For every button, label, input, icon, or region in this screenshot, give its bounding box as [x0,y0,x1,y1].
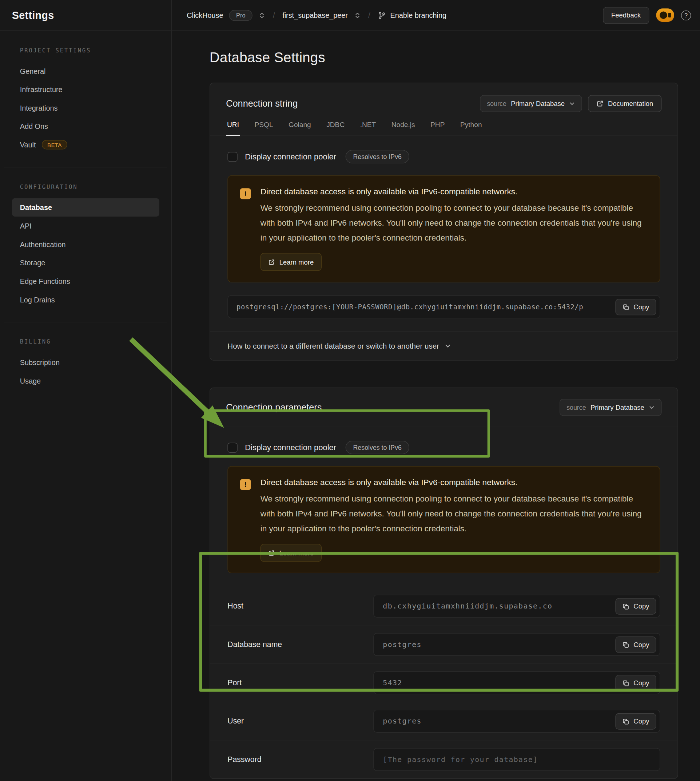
enable-branching-button[interactable]: Enable branching [378,11,447,19]
sidebar-item-vault[interactable]: Vault BETA [12,135,159,154]
copy-button[interactable]: Copy [616,675,656,691]
sidebar-item-label: Edge Functions [20,277,70,285]
tab-psql[interactable]: PSQL [253,120,274,135]
database-name-value: postgres [383,641,422,649]
sidebar-item-storage[interactable]: Storage [12,254,159,272]
copy-label: Copy [633,718,649,725]
header-controls: source Primary Database Documentation [480,95,662,112]
database-name-input[interactable]: postgres Copy [373,633,660,656]
header-controls: source Primary Database [560,399,662,416]
documentation-label: Documentation [608,100,653,107]
port-input[interactable]: 5432 Copy [373,671,660,694]
field-row-host: Host db.cxhygiuitamxhniiddjm.supabase.co… [210,587,677,625]
tab-php[interactable]: PHP [429,120,446,135]
learn-more-button[interactable]: Learn more [260,253,322,271]
sidebar-item-label: Integrations [20,104,58,112]
breadcrumb-project[interactable]: first_supabase_peer [282,11,348,19]
tab-nodejs[interactable]: Node.js [390,120,416,135]
copy-button[interactable]: Copy [616,598,656,614]
section-label-billing: BILLING [20,338,172,345]
tab-jdbc[interactable]: JDBC [325,120,346,135]
user-input[interactable]: postgres Copy [373,710,660,733]
notice-body: We strongly recommend using connection p… [260,200,643,245]
connection-help-label: How to connect to a different database o… [227,342,439,350]
tab-dotnet[interactable]: .NET [359,120,377,135]
sidebar-item-database[interactable]: Database [12,199,159,217]
copy-icon [623,304,629,310]
connection-string-input[interactable]: postgresql://postgres:[YOUR-PASSWORD]@db… [227,295,660,318]
sidebar-item-api[interactable]: API [12,217,159,235]
connection-parameters-title: Connection parameters [226,402,322,413]
tab-uri[interactable]: URI [226,120,240,136]
notice-content: Direct database access is only available… [260,477,643,562]
sidebar-item-label: Database [20,204,52,212]
connection-string-header: Connection string source Primary Databas… [210,83,677,112]
chevrons-updown-icon[interactable] [353,12,360,18]
sidebar-item-label: Vault [20,141,36,149]
password-input[interactable]: [The password for your database] [373,748,660,771]
avatar-glyph [668,13,671,17]
section-billing: BILLING Subscription Usage [0,322,172,403]
connection-string-tabs: URI PSQL Golang JDBC .NET Node.js PHP Py… [210,112,677,136]
external-link-icon [597,100,603,107]
documentation-button[interactable]: Documentation [588,95,662,112]
feedback-button[interactable]: Feedback [603,7,650,23]
display-connection-pooler-checkbox[interactable] [227,152,237,162]
sidebar-item-integrations[interactable]: Integrations [12,98,159,117]
ipv6-notice: ! Direct database access is only availab… [227,466,660,573]
field-row-database-name: Database name postgres Copy [210,625,677,663]
display-connection-pooler-checkbox[interactable] [227,442,237,452]
connection-string-title: Connection string [226,98,298,109]
copy-button[interactable]: Copy [616,636,656,653]
copy-button[interactable]: Copy [616,299,656,315]
sidebar-item-authentication[interactable]: Authentication [12,235,159,254]
host-value: db.cxhygiuitamxhniiddjm.supabase.co [383,602,552,610]
sidebar-item-infrastructure[interactable]: Infrastructure [12,80,159,98]
copy-icon [623,679,629,686]
field-label: Port [227,678,242,688]
source-value: Primary Database [511,100,565,107]
main-area: ClickHouse Pro / first_supabase_peer / E… [172,0,700,781]
field-row-user: User postgres Copy [210,702,677,740]
learn-more-label: Learn more [279,259,313,266]
git-branch-icon [378,11,386,19]
beta-badge: BETA [42,140,67,150]
learn-more-button[interactable]: Learn more [260,544,322,562]
connection-string-value: postgresql://postgres:[YOUR-PASSWORD]@db… [237,303,583,311]
connection-string-card: Connection string source Primary Databas… [210,83,678,360]
pooler-label: Display connection pooler [245,443,336,452]
copy-button[interactable]: Copy [616,713,656,730]
connection-help-expander[interactable]: How to connect to a different database o… [210,331,677,360]
account-avatar[interactable] [656,8,674,22]
chevrons-updown-icon[interactable] [258,12,265,18]
notice-content: Direct database access is only available… [260,187,643,271]
sidebar-item-usage[interactable]: Usage [12,372,159,390]
sidebar-item-general[interactable]: General [12,62,159,80]
host-input[interactable]: db.cxhygiuitamxhniiddjm.supabase.co Copy [373,595,660,617]
sidebar-item-label: General [20,67,46,75]
tab-python[interactable]: Python [459,120,483,135]
sidebar-item-subscription[interactable]: Subscription [12,353,159,372]
chevron-down-icon [649,404,655,410]
sidebar-item-log-drains[interactable]: Log Drains [12,290,159,309]
source-select[interactable]: source Primary Database [560,399,662,416]
sidebar-item-edge-functions[interactable]: Edge Functions [12,272,159,290]
warning-icon: ! [240,479,251,490]
source-select[interactable]: source Primary Database [480,95,582,112]
section-label-project-settings: PROJECT SETTINGS [20,47,172,54]
help-icon[interactable]: ? [681,10,691,20]
topbar-right: Feedback ? [603,7,691,23]
tab-golang[interactable]: Golang [287,120,312,135]
pooler-label: Display connection pooler [245,152,336,161]
field-label: Host [227,602,243,611]
copy-label: Copy [633,679,649,687]
breadcrumb-org[interactable]: ClickHouse [187,11,223,19]
field-label: User [227,717,244,726]
learn-more-label: Learn more [279,549,313,557]
page-title: Database Settings [210,50,678,66]
sidebar-item-add-ons[interactable]: Add Ons [12,117,159,136]
connection-parameters-header: Connection parameters source Primary Dat… [210,388,677,427]
avatar-glyph [659,11,667,19]
sidebar-item-label: Log Drains [20,295,55,304]
ipv6-badge: Resolves to IPv6 [346,441,409,454]
